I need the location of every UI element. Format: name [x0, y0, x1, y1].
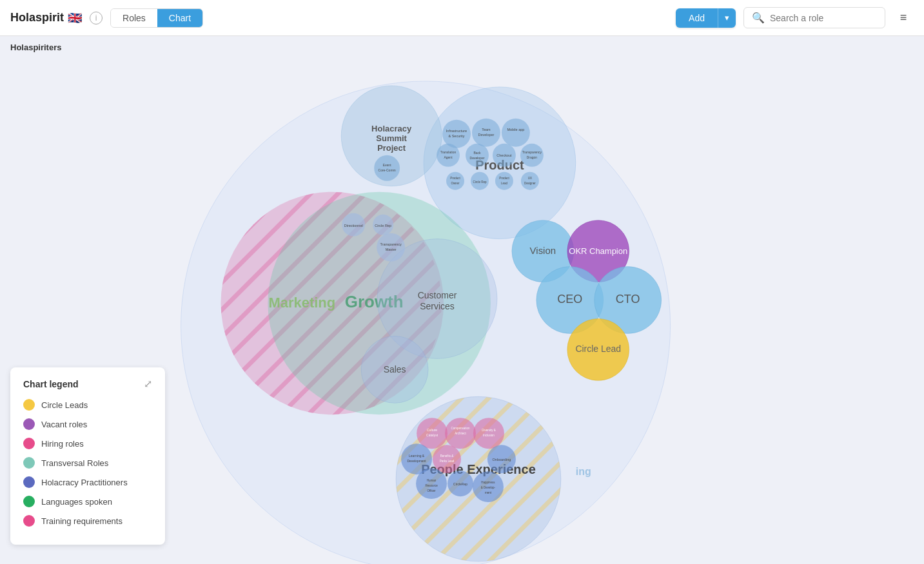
- svg-text:Agent: Agent: [444, 155, 453, 159]
- legend-header: Chart legend ⤢: [23, 378, 152, 390]
- svg-text:Onboarding: Onboarding: [493, 458, 511, 462]
- filter-icon[interactable]: ≡: [893, 8, 914, 28]
- legend-item: Circle Leads: [23, 399, 152, 411]
- legend-item: Transversal Roles: [23, 457, 152, 469]
- svg-text:Checkout: Checkout: [496, 153, 512, 157]
- logo-flag: 🇬🇧: [68, 11, 82, 25]
- add-button-group: Add ▾: [676, 8, 736, 28]
- svg-text:Product: Product: [499, 177, 509, 180]
- legend-dot: [23, 418, 35, 430]
- svg-text:ment: ment: [485, 491, 492, 494]
- team-dev-label2: Developer: [478, 133, 494, 137]
- holacracy-summit-label3: Project: [377, 143, 406, 153]
- customer-services-label: Customer: [418, 291, 457, 301]
- tab-roles[interactable]: Roles: [111, 9, 157, 27]
- svg-text:Learning &: Learning &: [409, 454, 425, 458]
- svg-text:Directionnel: Directionnel: [344, 224, 363, 228]
- tab-group: Roles Chart: [110, 8, 203, 28]
- legend-dot: [23, 399, 35, 411]
- search-box: 🔍: [743, 7, 885, 28]
- svg-text:Architect: Architect: [455, 432, 466, 435]
- svg-text:Benefits &: Benefits &: [440, 454, 453, 458]
- legend-item: Vacant roles: [23, 418, 152, 430]
- holacracy-summit-label: Holacracy: [371, 124, 412, 133]
- infra-label2: & Security: [449, 134, 465, 138]
- cto-label: CTO: [616, 293, 640, 306]
- sales-label: Sales: [384, 364, 406, 374]
- svg-text:Perks Lead: Perks Lead: [440, 460, 455, 463]
- customer-services-label2: Services: [420, 301, 455, 311]
- vision-label: Vision: [530, 245, 556, 256]
- legend-item-label: Hiring roles: [41, 439, 84, 449]
- legend-item-label: Languages spoken: [41, 497, 112, 507]
- chart-legend: Chart legend ⤢ Circle LeadsVacant rolesH…: [10, 367, 165, 545]
- svg-text:Product: Product: [450, 177, 460, 180]
- search-input[interactable]: [770, 13, 877, 23]
- add-button[interactable]: Add: [676, 8, 718, 28]
- svg-text:Master: Master: [386, 248, 397, 251]
- legend-item-label: Vacant roles: [41, 420, 87, 429]
- legend-dot: [23, 457, 35, 469]
- svg-text:Development: Development: [407, 459, 426, 463]
- header: Holaspirit 🇬🇧 i Roles Chart Add ▾ 🔍 ≡: [0, 0, 924, 36]
- svg-text:Transparency: Transparency: [522, 150, 542, 154]
- svg-text:Back: Back: [473, 151, 481, 155]
- okr-label: OKR Champion: [569, 246, 627, 256]
- legend-collapse-icon[interactable]: ⤢: [144, 378, 152, 390]
- svg-text:Diversity &: Diversity &: [482, 429, 495, 432]
- svg-text:Compensation: Compensation: [451, 427, 470, 430]
- holacracy-summit-label2: Summit: [376, 133, 407, 143]
- legend-item-label: Training requirements: [41, 516, 123, 526]
- legend-item-label: Circle Leads: [41, 400, 88, 410]
- add-dropdown-button[interactable]: ▾: [718, 8, 736, 28]
- tab-chart[interactable]: Chart: [157, 9, 202, 27]
- infra-label: Infrastructure: [446, 129, 467, 133]
- info-icon[interactable]: i: [90, 12, 103, 24]
- team-dev-label: Team: [482, 128, 491, 131]
- svg-text:Circle Rep: Circle Rep: [473, 180, 486, 184]
- legend-item-label: Transversal Roles: [41, 458, 108, 468]
- mobile-app-label: Mobile app: [507, 128, 524, 131]
- svg-text:& Develop-: & Develop-: [481, 486, 496, 489]
- legend-item-label: Holacracy Practitioners: [41, 478, 128, 487]
- svg-text:Owner: Owner: [451, 182, 460, 185]
- svg-text:Translation: Translation: [440, 150, 457, 154]
- circle-lead-label: Circle Lead: [575, 344, 621, 354]
- logo-text: Holaspirit: [10, 11, 64, 24]
- svg-text:Transparency: Transparency: [380, 242, 402, 246]
- legend-title: Chart legend: [23, 379, 79, 389]
- legend-dot: [23, 515, 35, 527]
- legend-item: Hiring roles: [23, 438, 152, 449]
- legend-dot: [23, 496, 35, 507]
- svg-text:CircleRep: CircleRep: [453, 482, 467, 486]
- svg-text:Catalyst: Catalyst: [426, 433, 438, 437]
- legend-item: Training requirements: [23, 515, 152, 527]
- search-icon: 🔍: [752, 12, 765, 24]
- svg-text:Resource: Resource: [425, 484, 438, 487]
- svg-text:UX: UX: [528, 177, 532, 180]
- logo: Holaspirit 🇬🇧: [10, 11, 82, 25]
- legend-item: Holacracy Practitioners: [23, 476, 152, 488]
- svg-text:Developer: Developer: [470, 156, 485, 160]
- extra-label: ing: [576, 466, 591, 477]
- mobile-app-circle[interactable]: [502, 119, 530, 147]
- svg-text:Culture: Culture: [427, 428, 437, 432]
- svg-text:Officer: Officer: [427, 489, 436, 492]
- svg-text:Dragon: Dragon: [527, 155, 538, 159]
- svg-text:Designer: Designer: [524, 182, 536, 185]
- svg-text:Lead: Lead: [501, 182, 507, 185]
- svg-text:Happiness: Happiness: [481, 481, 495, 484]
- legend-item: Languages spoken: [23, 496, 152, 507]
- svg-text:Core-Comm: Core-Comm: [378, 168, 396, 172]
- ceo-label: CEO: [557, 293, 582, 306]
- legend-dot: [23, 438, 35, 449]
- benefits-perks-circle[interactable]: [433, 445, 461, 473]
- svg-text:Inclusion: Inclusion: [483, 434, 495, 437]
- svg-text:Circle Rep: Circle Rep: [375, 224, 391, 228]
- legend-items: Circle LeadsVacant rolesHiring rolesTran…: [23, 399, 152, 527]
- svg-text:Event: Event: [383, 163, 391, 167]
- legend-dot: [23, 476, 35, 488]
- svg-text:Human: Human: [427, 479, 437, 482]
